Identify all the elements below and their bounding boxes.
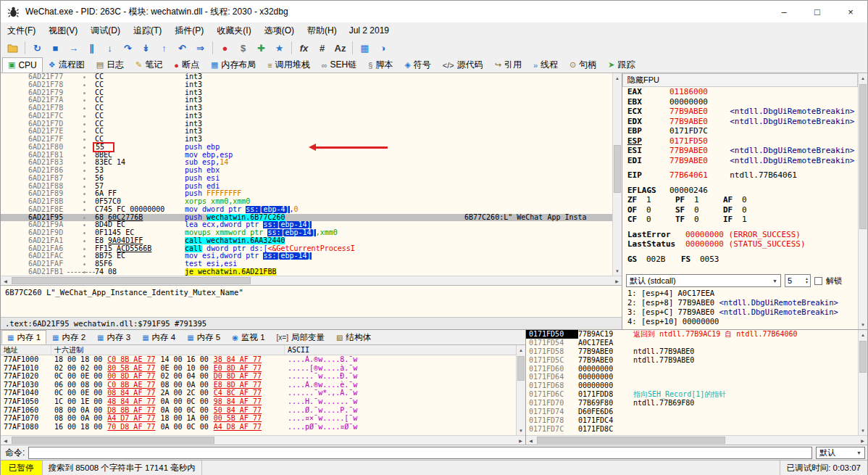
- strings-button[interactable]: Az: [331, 40, 349, 56]
- scrollbar-thumb[interactable]: [859, 84, 867, 229]
- functions-button[interactable]: fx: [295, 40, 313, 56]
- stack-vscrollbar[interactable]: ▲ ▼: [858, 330, 867, 435]
- call-arg-row[interactable]: 3: [esp+C] 77B9ABE0 <ntdll.DbgUiRemoteBr…: [622, 307, 858, 317]
- disasm-row[interactable]: 6AD21F7CCCint3: [1, 112, 612, 120]
- scroll-right-icon[interactable]: ▶: [612, 276, 622, 285]
- scroll-up-icon[interactable]: ▲: [859, 73, 867, 83]
- tab-watch1[interactable]: ◉监视 1: [226, 330, 270, 344]
- tab-source[interactable]: </>源代码: [437, 57, 489, 73]
- disasm-row[interactable]: 6AD21F7ACCint3: [1, 96, 612, 104]
- run-button[interactable]: →: [64, 40, 83, 56]
- disasm-row[interactable]: 6AD21F78CCint3: [1, 81, 612, 89]
- stack-row[interactable]: 0171FD780171FDC4: [526, 416, 858, 425]
- tab-dump3[interactable]: ▦内存 3: [91, 330, 136, 344]
- scroll-up-icon[interactable]: ▲: [517, 345, 525, 355]
- disasm-row[interactable]: 6AD21FAC8B75 ECmov esi,dword ptr ss:[ebp…: [1, 252, 612, 260]
- dump-row[interactable]: 77AF10400C 00 0E 0008 84 AF 772A 00 2C 0…: [1, 389, 516, 397]
- tab-struct[interactable]: ▧结构体: [330, 330, 377, 344]
- scroll-down-icon[interactable]: ▼: [613, 266, 622, 276]
- disasm-row[interactable]: 6AD21F7BCCint3: [1, 104, 612, 112]
- tab-symbols[interactable]: ◈符号: [398, 57, 436, 73]
- maximize-button[interactable]: □: [801, 1, 834, 22]
- scroll-up-icon[interactable]: ▲: [859, 330, 867, 339]
- comments-button[interactable]: ✚: [252, 40, 270, 56]
- dump-row[interactable]: 77AF10501C 00 1E 0048 84 AF 770A 00 0C 0…: [1, 397, 516, 406]
- call-arg-row[interactable]: 1: [esp+4] A0C17EEA: [622, 289, 858, 298]
- tab-script[interactable]: §脚本: [362, 57, 398, 73]
- menu-item-debug[interactable]: 调试(D): [84, 22, 127, 38]
- stack-row[interactable]: 0171FD74D60FE6D6: [526, 408, 858, 416]
- step-into-button[interactable]: ↓: [101, 40, 119, 56]
- menu-item-favourites[interactable]: 收藏夹(I): [210, 22, 257, 38]
- menu-item-help[interactable]: 帮助(H): [301, 22, 343, 38]
- register-row[interactable]: EBP0171FD7C: [622, 126, 858, 136]
- disasm-row[interactable]: 6AD21F7DCCint3: [1, 120, 612, 128]
- register-row[interactable]: EDI77B9ABE0 <ntdll.DbgUiRemoteBreakin>: [622, 156, 858, 166]
- step-over-button[interactable]: ↷: [119, 40, 137, 56]
- disasm-row[interactable]: 6AD21F8EC745 FC 00000000mov dword ptr ss…: [1, 206, 612, 214]
- disasm-row[interactable]: 6AD21F77CCint3: [1, 73, 612, 81]
- disasm-row[interactable]: 6AD21F79CCint3: [1, 89, 612, 97]
- disasm-row[interactable]: 6AD21F8383EC 14sub esp,14: [1, 159, 612, 167]
- stack-hscrollbar[interactable]: ◀ ▶: [526, 435, 867, 445]
- scroll-right-icon[interactable]: ▶: [858, 436, 867, 445]
- scrollbar-thumb[interactable]: [517, 356, 525, 381]
- register-row[interactable]: EAX01186000: [622, 87, 858, 97]
- disasm-row[interactable]: 6AD21FB174 08je wechatwin.6AD21FBB: [1, 268, 612, 276]
- disasm-row[interactable]: 6AD21F8756push esi: [1, 175, 612, 183]
- dump-row[interactable]: 77AF103006 00 08 00C0 8B AE 7708 00 0A 0…: [1, 381, 516, 389]
- menu-item-options[interactable]: 选项(O): [258, 22, 301, 38]
- register-row[interactable]: ESI77B9ABE0 <ntdll.DbgUiRemoteBreakin>: [622, 146, 858, 156]
- register-row[interactable]: EIP77B64061 ntdll.77B64061: [622, 170, 858, 181]
- register-row[interactable]: EFLAGS00000246: [622, 186, 858, 196]
- menu-item-view[interactable]: 视图(V): [42, 22, 84, 38]
- scroll-right-icon[interactable]: ▶: [516, 436, 525, 445]
- tab-dump1[interactable]: ▦内存 1: [1, 330, 46, 344]
- dump-row[interactable]: 77AF106008 00 0A 00D8 8B AF 770A 00 0C 0…: [1, 406, 516, 415]
- menu-item-plugins[interactable]: 插件(P): [168, 22, 210, 38]
- stack-row[interactable]: 0171FD6000000000: [526, 365, 858, 373]
- stack-row[interactable]: 0171FD7077B69F80ntdll.77B69F80: [526, 399, 858, 408]
- disasm-row[interactable]: 6AD21F9A8D4D EClea ecx,dword ptr ss:[ebp…: [1, 221, 612, 229]
- scroll-down-icon[interactable]: ▼: [859, 426, 867, 435]
- disasm-row[interactable]: 6AD21F8653push ebx: [1, 167, 612, 175]
- tab-notes[interactable]: ✎笔记: [130, 57, 168, 73]
- register-row[interactable]: EDX77B9ABE0 <ntdll.DbgUiRemoteBreakin>: [622, 117, 858, 127]
- disasm-row[interactable]: 6AD21F8B0F57C0xorps xmm0,xmm0: [1, 198, 612, 206]
- call-arg-row[interactable]: 4: [esp+10] 00000000: [622, 317, 858, 326]
- stack-row[interactable]: 0171FD5877B9ABE0ntdll.77B9ABE0: [526, 347, 858, 356]
- dump-hscrollbar[interactable]: ◀ ▶: [1, 435, 525, 445]
- unlock-checkbox[interactable]: [814, 277, 822, 285]
- stack-row[interactable]: 0171FD54A0C17EEA: [526, 339, 858, 347]
- scrollbar-thumb[interactable]: [614, 145, 621, 193]
- dump-row[interactable]: 77AF10200C 00 0E 0000 8D AF 7702 00 04 0…: [1, 372, 516, 381]
- tab-cpu[interactable]: ▣CPU: [2, 57, 43, 73]
- stack-row[interactable]: 0171FD6800000000: [526, 381, 858, 390]
- disasm-row[interactable]: 6AD21F818BECmov ebp,esp: [1, 152, 612, 160]
- scrollbar-thumb[interactable]: [859, 341, 867, 373]
- scrollbar-thumb[interactable]: [537, 437, 725, 444]
- tab-dump2[interactable]: ▦内存 2: [46, 330, 91, 344]
- tab-references[interactable]: ↪引用: [489, 57, 527, 73]
- scrollbar-thumb[interactable]: [12, 277, 251, 284]
- command-script-dropdown[interactable]: 默认 ▼: [816, 447, 865, 459]
- register-row[interactable]: ESP0171FD50: [622, 136, 858, 146]
- dump-vscrollbar[interactable]: ▲ ▼: [516, 345, 525, 435]
- stack-row[interactable]: 0171FD5077B9AC19返回到 ntdll.77B9AC19 自 ntd…: [526, 330, 858, 339]
- disasm-row[interactable]: 6AD21F7ECCint3: [1, 128, 612, 136]
- stack-row[interactable]: 0171FD6C0171FDD8指向SEH_Record[1]的指针: [526, 390, 858, 399]
- hide-fpu-button[interactable]: 隐藏FPU: [622, 73, 858, 87]
- call-arg-row[interactable]: 2: [esp+8] 77B9ABE0 <ntdll.DbgUiRemoteBr…: [622, 298, 858, 307]
- handles-button[interactable]: ◑: [374, 40, 392, 56]
- tab-dump5[interactable]: ▦内存 5: [181, 330, 226, 344]
- restart-button[interactable]: ↻: [28, 40, 46, 56]
- tab-memory-map[interactable]: ▦内存布局: [205, 57, 262, 73]
- disasm-row[interactable]: 6AD21FAF85F6test esi,esi: [1, 260, 612, 268]
- close-button[interactable]: ×: [834, 1, 867, 22]
- disasm-row[interactable]: 6AD21F8857push edi: [1, 183, 612, 191]
- scrollbar-thumb[interactable]: [12, 437, 214, 444]
- tab-handles[interactable]: ⊙句柄: [564, 57, 602, 73]
- trace-into-button[interactable]: ↡: [137, 40, 155, 56]
- tab-dump4[interactable]: ▦内存 4: [136, 330, 181, 344]
- tab-log[interactable]: ▤日志: [91, 57, 130, 73]
